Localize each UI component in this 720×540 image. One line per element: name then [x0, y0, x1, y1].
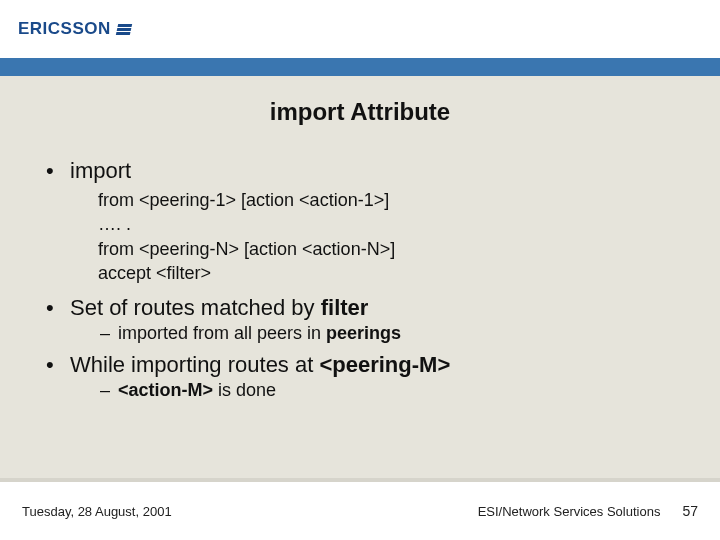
brand-logo: ERICSSON — [18, 19, 131, 39]
syntax-line: accept <filter> — [98, 261, 684, 285]
bullet-text-bold: filter — [321, 295, 369, 320]
slide-footer: Tuesday, 28 August, 2001 ESI/Network Ser… — [0, 482, 720, 540]
sub-text-bold: <action-M> — [118, 380, 213, 400]
bullet-text-pre: While importing routes at — [70, 352, 319, 377]
bullet-import: import from <peering-1> [action <action-… — [42, 158, 684, 285]
bullet-text-bold: <peering-M> — [319, 352, 450, 377]
sub-text-post: is done — [213, 380, 276, 400]
footer-org: ESI/Network Services Solutions — [478, 504, 661, 519]
import-syntax-block: from <peering-1> [action <action-1>] …. … — [70, 188, 684, 285]
slide-content: import Attribute import from <peering-1>… — [0, 76, 720, 540]
brand-name: ERICSSON — [18, 19, 111, 39]
footer-date: Tuesday, 28 August, 2001 — [22, 504, 172, 519]
syntax-line: …. . — [98, 212, 684, 236]
bullet-text: import — [70, 158, 131, 183]
brand-bars-icon — [116, 24, 132, 35]
slide-header: ERICSSON — [0, 0, 720, 58]
syntax-line: from <peering-N> [action <action-N>] — [98, 237, 684, 261]
slide: ERICSSON import Attribute import from <p… — [0, 0, 720, 540]
bullet-filter: Set of routes matched by filter imported… — [42, 295, 684, 344]
sub-text-bold: peerings — [326, 323, 401, 343]
sub-text-pre: imported from all peers in — [118, 323, 326, 343]
footer-right: ESI/Network Services Solutions 57 — [478, 503, 698, 519]
header-band — [0, 58, 720, 76]
sub-bullet-list: imported from all peers in peerings — [70, 323, 684, 344]
bullet-text-pre: Set of routes matched by — [70, 295, 321, 320]
syntax-line: from <peering-1> [action <action-1>] — [98, 188, 684, 212]
slide-title: import Attribute — [36, 98, 684, 126]
sub-bullet: imported from all peers in peerings — [98, 323, 684, 344]
sub-bullet-list: <action-M> is done — [70, 380, 684, 401]
bullet-list: import from <peering-1> [action <action-… — [36, 158, 684, 401]
bullet-while-importing: While importing routes at <peering-M> <a… — [42, 352, 684, 401]
sub-bullet: <action-M> is done — [98, 380, 684, 401]
page-number: 57 — [682, 503, 698, 519]
